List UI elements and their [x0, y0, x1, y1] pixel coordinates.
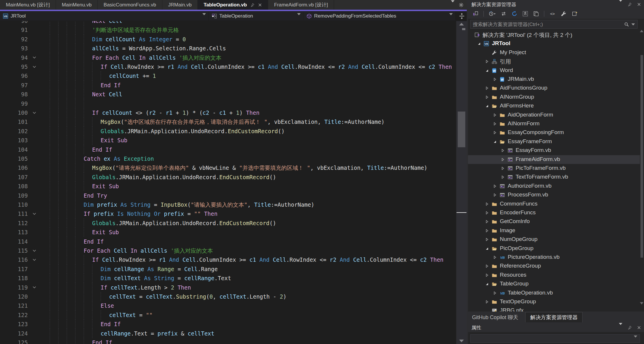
search-icon[interactable]	[624, 22, 629, 27]
duplicate-icon[interactable]	[533, 11, 539, 17]
tree-item-jrbg-pfx[interactable]: JRBG.pfx	[468, 306, 640, 312]
expander-icon[interactable]	[485, 219, 489, 224]
tab-github-copilot-chat[interactable]: GitHub Copilot 聊天	[472, 314, 518, 321]
tree-item-processform-vb[interactable]: ProcessForm.vb	[468, 191, 640, 199]
tree-item-getcominfo[interactable]: GetComInfo	[468, 217, 640, 226]
expander-icon[interactable]	[485, 202, 489, 206]
tree-item-word[interactable]: WWord	[468, 66, 640, 75]
expander-icon[interactable]	[485, 282, 489, 286]
editor-tab[interactable]: JRMain.vb	[162, 0, 198, 10]
pin-icon[interactable]	[628, 2, 632, 7]
tree-item-encoderfuncs[interactable]: EncoderFuncs	[468, 208, 640, 217]
tree-item-picopegroup[interactable]: PicOpeGroup	[468, 244, 640, 253]
expander-icon[interactable]	[493, 113, 497, 117]
expander-icon[interactable]	[493, 184, 497, 189]
tab-overflow-icon[interactable]	[451, 2, 454, 8]
tree-item-texttoframeform-vb[interactable]: TextToFrameForm.vb	[468, 173, 640, 182]
fold-chevron-icon[interactable]	[28, 246, 50, 255]
tree-item-aidfunctionsgroup[interactable]: AidFunctionsGroup	[468, 84, 640, 93]
close-icon[interactable]	[258, 3, 262, 7]
close-icon[interactable]	[637, 326, 641, 330]
expander-icon[interactable]	[493, 121, 497, 126]
tree-item-tableoperation-vb[interactable]: VBTableOperation.vb	[468, 289, 640, 297]
expander-icon[interactable]	[500, 157, 505, 162]
expander-icon[interactable]	[485, 86, 489, 90]
expander-icon[interactable]	[485, 273, 489, 278]
editor-tab-active[interactable]: TableOperation.vb	[198, 0, 268, 10]
expander-icon[interactable]	[485, 228, 489, 233]
tree-item-image[interactable]: Image	[468, 226, 640, 235]
expander-icon[interactable]	[485, 59, 489, 64]
fold-chevron-icon[interactable]	[28, 255, 50, 264]
tab-options-gear-icon[interactable]	[459, 2, 464, 8]
fold-chevron-icon[interactable]	[28, 283, 50, 292]
tree-item-aidoperationform[interactable]: AidOperationForm	[468, 111, 640, 119]
properties-object-combobox[interactable]	[470, 334, 640, 343]
panel-menu-caret-icon[interactable]	[619, 2, 622, 7]
tree-item-referencegroup[interactable]: ReferenceGroup	[468, 262, 640, 271]
editor-tab[interactable]: BasicCommonFuncs.vb	[98, 0, 162, 10]
tree-scroll-down-arrow[interactable]	[640, 302, 643, 304]
expander-icon[interactable]	[485, 246, 489, 251]
search-options-caret-icon[interactable]	[631, 23, 635, 25]
sync-active-document-icon[interactable]	[501, 11, 507, 17]
expander-icon[interactable]	[485, 264, 489, 268]
project-dropdown[interactable]: VB JRTool	[0, 12, 208, 20]
editor-tab[interactable]: FrameAidForm.vb [设计]	[268, 0, 334, 10]
code-editor[interactable]: 90Next Cell91'判断选中区域是否存在合并单元格92Dim cellC…	[0, 21, 456, 344]
scrollbar-down-arrow[interactable]	[459, 340, 464, 342]
tree-item-frameaidform-vb[interactable]: FrameAidForm.vb	[468, 155, 640, 164]
fold-chevron-icon[interactable]	[28, 62, 50, 71]
solution-search-box[interactable]: 搜索解决方案资源管理器(Ctrl+;)	[470, 20, 638, 29]
class-dropdown[interactable]: TableOperation	[209, 12, 303, 20]
editor-tab[interactable]: MainMenu.vb [设计]	[0, 0, 56, 10]
tree-item--[interactable]: 引用	[468, 57, 640, 66]
panel-menu-caret-icon[interactable]	[619, 325, 622, 330]
refresh-icon[interactable]	[512, 11, 517, 17]
tree-item-pictoframeform-vb[interactable]: PicToFrameForm.vb	[468, 164, 640, 173]
switch-views-icon[interactable]	[473, 11, 478, 17]
tab-solution-explorer[interactable]: 解决方案资源管理器	[525, 312, 583, 322]
tree-item-essayform-vb[interactable]: EssayForm.vb	[468, 146, 640, 155]
close-icon[interactable]	[637, 2, 641, 6]
expander-icon[interactable]	[493, 255, 497, 260]
expander-icon[interactable]	[485, 210, 489, 215]
show-all-files-icon[interactable]: <>	[549, 11, 556, 17]
pin-icon[interactable]	[628, 325, 632, 330]
expander-icon[interactable]	[500, 166, 505, 171]
expander-icon[interactable]	[493, 130, 497, 135]
tree-item-jrtool[interactable]: VBJRTool	[468, 39, 640, 48]
scrollbar-up-arrow[interactable]	[459, 23, 464, 25]
expander-icon[interactable]	[485, 95, 489, 100]
expander-icon[interactable]	[485, 68, 489, 73]
expander-icon[interactable]	[500, 175, 505, 179]
tree-item-commonfuncs[interactable]: CommonFuncs	[468, 200, 640, 208]
expander-icon[interactable]	[477, 41, 481, 46]
split-editor-icon[interactable]	[459, 13, 465, 19]
tree-item-jrmain-vb[interactable]: WJRMain.vb	[468, 75, 640, 84]
expander-icon[interactable]	[500, 148, 505, 153]
tree-item-essayframeform[interactable]: EssayFrameForm	[468, 137, 640, 146]
expander-icon[interactable]	[485, 237, 489, 242]
expander-icon[interactable]	[493, 193, 497, 197]
tree-item-my-project[interactable]: My Project	[468, 48, 640, 57]
tree-scroll-up-arrow[interactable]	[640, 30, 643, 32]
tree-item--jrtool-2-2-[interactable]: 解决方案 'JRTool' (2 个项目, 共 2 个)	[468, 30, 640, 39]
expander-icon[interactable]	[493, 291, 497, 295]
editor-scrollbar[interactable]	[456, 21, 467, 344]
tree-item-essaycomposingform[interactable]: EssayComposingForm	[468, 128, 640, 137]
properties-wrench-icon[interactable]	[561, 11, 566, 17]
fold-chevron-icon[interactable]	[28, 108, 50, 117]
fold-chevron-icon[interactable]	[28, 209, 50, 218]
tree-item-ainormgroup[interactable]: AINormGroup	[468, 93, 640, 102]
editor-tab[interactable]: MainMenu.vb	[56, 0, 98, 10]
preview-icon[interactable]	[571, 11, 578, 17]
history-filter-icon[interactable]	[489, 11, 496, 17]
fold-chevron-icon[interactable]	[28, 53, 50, 62]
expander-icon[interactable]	[485, 104, 489, 108]
pin-icon[interactable]	[250, 3, 254, 7]
expander-icon[interactable]	[485, 299, 489, 304]
tree-item-pictureoperations-vb[interactable]: VBPictureOperations.vb	[468, 253, 640, 262]
expander-icon[interactable]	[493, 139, 497, 144]
tree-item-authorizeform-vb[interactable]: AuthorizeForm.vb	[468, 182, 640, 191]
